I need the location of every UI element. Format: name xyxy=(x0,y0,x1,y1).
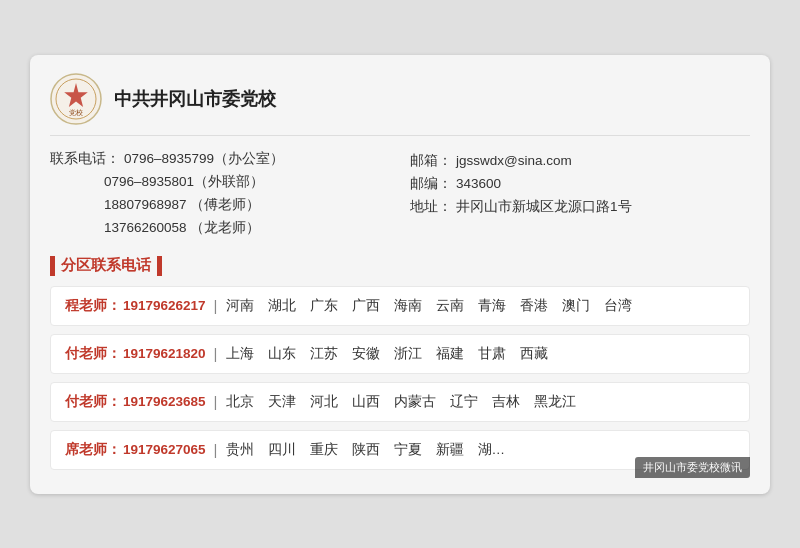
region-phone-2: 19179623685 xyxy=(123,394,206,409)
address-row: 地址： 井冈山市新城区龙源口路1号 xyxy=(410,198,750,216)
contact-right: 邮箱： jgsswdx@sina.com 邮编： 343600 地址： 井冈山市… xyxy=(410,150,750,242)
org-name: 中共井冈山市委党校 xyxy=(114,87,276,111)
section-divider: 分区联系电话 xyxy=(50,256,750,276)
region-list-3: 贵州 四川 重庆 陕西 宁夏 新疆 湖… xyxy=(226,441,506,459)
region-list-0: 河南 湖北 广东 广西 海南 云南 青海 香港 澳门 台湾 xyxy=(226,297,632,315)
watermark: 井冈山市委党校微讯 xyxy=(635,457,750,478)
phone-label: 联系电话： xyxy=(50,150,120,168)
svg-text:党校: 党校 xyxy=(69,109,83,117)
postcode-value: 343600 xyxy=(456,176,501,191)
region-row-2: 付老师： 19179623685 | 北京 天津 河北 山西 内蒙古 辽宁 吉林… xyxy=(50,382,750,422)
region-teacher-2: 付老师： xyxy=(65,393,121,411)
phone-indent-rows: 0796–8935801（外联部） 18807968987 （傅老师） 1376… xyxy=(104,173,390,237)
org-logo: 党校 xyxy=(50,73,102,125)
phone-value-3: 18807968987 （傅老师） xyxy=(104,196,260,214)
phone-row-4: 13766260058 （龙老师） xyxy=(104,219,390,237)
address-label: 地址： xyxy=(410,198,452,216)
contact-left: 联系电话： 0796–8935799（办公室） 0796–8935801（外联部… xyxy=(50,150,390,242)
postcode-row: 邮编： 343600 xyxy=(410,175,750,193)
email-value: jgsswdx@sina.com xyxy=(456,153,572,168)
divider-bar-left xyxy=(50,256,55,276)
header: 党校 中共井冈山市委党校 xyxy=(50,73,750,136)
phone-value-1: 0796–8935799（办公室） xyxy=(124,150,284,168)
email-row: 邮箱： jgsswdx@sina.com xyxy=(410,152,750,170)
region-row-1: 付老师： 19179621820 | 上海 山东 江苏 安徽 浙江 福建 甘肃 … xyxy=(50,334,750,374)
region-row-0: 程老师： 19179626217 | 河南 湖北 广东 广西 海南 云南 青海 … xyxy=(50,286,750,326)
region-teacher-3: 席老师： xyxy=(65,441,121,459)
region-sep-0: | xyxy=(214,297,218,314)
email-label: 邮箱： xyxy=(410,152,452,170)
region-sep-3: | xyxy=(214,441,218,458)
region-row-3: 席老师： 19179627065 | 贵州 四川 重庆 陕西 宁夏 新疆 湖… … xyxy=(50,430,750,470)
region-sep-2: | xyxy=(214,393,218,410)
section-title: 分区联系电话 xyxy=(61,256,151,275)
last-row-container: 席老师： 19179627065 | 贵州 四川 重庆 陕西 宁夏 新疆 湖… … xyxy=(50,430,750,478)
region-sep-1: | xyxy=(214,345,218,362)
phone-row-2: 0796–8935801（外联部） xyxy=(104,173,390,191)
address-value: 井冈山市新城区龙源口路1号 xyxy=(456,198,632,216)
region-phone-3: 19179627065 xyxy=(123,442,206,457)
region-phone-1: 19179621820 xyxy=(123,346,206,361)
region-teacher-1: 付老师： xyxy=(65,345,121,363)
main-card: 党校 中共井冈山市委党校 联系电话： 0796–8935799（办公室） 079… xyxy=(30,55,770,494)
phone-row-1: 联系电话： 0796–8935799（办公室） xyxy=(50,150,390,168)
region-teacher-0: 程老师： xyxy=(65,297,121,315)
region-phone-0: 19179626217 xyxy=(123,298,206,313)
postcode-label: 邮编： xyxy=(410,175,452,193)
phone-row-3: 18807968987 （傅老师） xyxy=(104,196,390,214)
phone-value-4: 13766260058 （龙老师） xyxy=(104,219,260,237)
region-rows: 程老师： 19179626217 | 河南 湖北 广东 广西 海南 云南 青海 … xyxy=(50,286,750,478)
divider-bar-right xyxy=(157,256,162,276)
region-list-2: 北京 天津 河北 山西 内蒙古 辽宁 吉林 黑龙江 xyxy=(226,393,576,411)
phone-value-2: 0796–8935801（外联部） xyxy=(104,173,264,191)
region-list-1: 上海 山东 江苏 安徽 浙江 福建 甘肃 西藏 xyxy=(226,345,548,363)
contact-grid: 联系电话： 0796–8935799（办公室） 0796–8935801（外联部… xyxy=(50,150,750,242)
